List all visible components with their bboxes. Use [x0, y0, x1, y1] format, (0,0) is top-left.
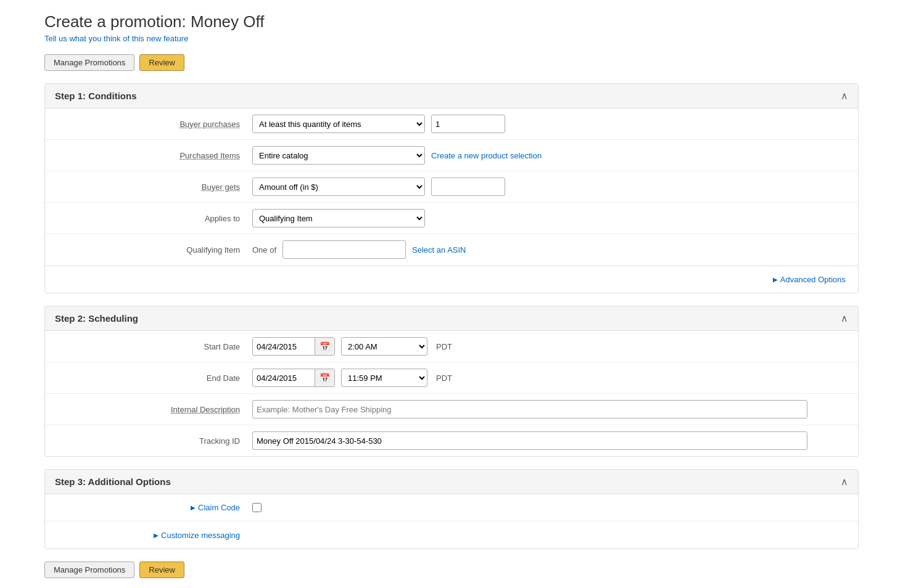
- purchased-items-row: Purchased Items Entire catalog Create a …: [45, 140, 858, 171]
- step3-header: Step 3: Additional Options ∧: [45, 470, 858, 494]
- buyer-gets-label: Buyer gets: [55, 182, 252, 192]
- buyer-gets-controls: Amount off (in $): [252, 178, 848, 196]
- start-date-input-wrapper: 📅: [252, 337, 335, 356]
- buyer-purchases-label: Buyer purchases: [55, 120, 252, 129]
- end-date-label: End Date: [55, 374, 252, 383]
- step2-title: Step 2: Scheduling: [55, 313, 138, 324]
- tracking-id-input[interactable]: [252, 431, 807, 450]
- start-date-controls: 📅 2:00 AM PDT: [252, 337, 848, 356]
- step1-title: Step 1: Conditions: [55, 91, 137, 101]
- start-date-label: Start Date: [55, 342, 252, 351]
- step3-collapse-icon[interactable]: ∧: [841, 476, 848, 488]
- step2-header: Step 2: Scheduling ∧: [45, 306, 858, 331]
- end-timezone: PDT: [436, 374, 452, 383]
- start-date-input[interactable]: [253, 338, 315, 355]
- claim-code-arrow-icon: ▶: [191, 504, 196, 511]
- advanced-options-link[interactable]: ▶ Advanced Options: [773, 275, 846, 284]
- claim-code-row: ▶ Claim Code: [45, 494, 858, 521]
- quantity-input[interactable]: [431, 115, 505, 133]
- tracking-id-controls: [252, 431, 848, 450]
- customize-messaging-label-wrapper: ▶ Customize messaging: [55, 531, 252, 540]
- start-time-select[interactable]: 2:00 AM: [341, 337, 427, 356]
- start-date-row: Start Date 📅 2:00 AM PDT: [45, 331, 858, 362]
- qualifying-item-row: Qualifying Item One of Select an ASIN: [45, 234, 858, 266]
- toolbar-bottom: Manage Promotions Review: [44, 561, 859, 588]
- one-of-label: One of: [252, 245, 276, 255]
- buyer-gets-select[interactable]: Amount off (in $): [252, 178, 425, 196]
- end-date-controls: 📅 11:59 PM PDT: [252, 369, 848, 387]
- step1-section: Step 1: Conditions ∧ Buyer purchases At …: [44, 83, 859, 293]
- manage-promotions-button-bottom[interactable]: Manage Promotions: [44, 561, 134, 578]
- tracking-id-label: Tracking ID: [55, 436, 252, 446]
- claim-code-checkbox-wrap: [252, 503, 262, 512]
- purchased-items-controls: Entire catalog Create a new product sele…: [252, 146, 848, 165]
- end-date-input[interactable]: [253, 369, 315, 386]
- create-product-link[interactable]: Create a new product selection: [431, 151, 542, 160]
- end-date-input-wrapper: 📅: [252, 369, 335, 387]
- customize-messaging-row: ▶ Customize messaging: [45, 521, 858, 549]
- step3-section: Step 3: Additional Options ∧ ▶ Claim Cod…: [44, 469, 859, 549]
- applies-to-label: Applies to: [55, 214, 252, 223]
- customize-messaging-arrow-icon: ▶: [154, 532, 159, 539]
- step2-section: Step 2: Scheduling ∧ Start Date 📅 2:00 A…: [44, 306, 859, 457]
- internal-description-controls: [252, 400, 848, 419]
- customize-messaging-link[interactable]: ▶ Customize messaging: [55, 531, 240, 540]
- claim-code-controls: [252, 503, 848, 512]
- applies-to-row: Applies to Qualifying Item: [45, 203, 858, 234]
- end-time-select[interactable]: 11:59 PM: [341, 369, 427, 387]
- internal-description-row: Internal Description: [45, 394, 858, 425]
- qualifying-item-label: Qualifying Item: [55, 245, 252, 255]
- step3-title: Step 3: Additional Options: [55, 476, 171, 487]
- review-button-bottom[interactable]: Review: [139, 561, 184, 578]
- claim-code-label-wrapper: ▶ Claim Code: [55, 503, 252, 512]
- customize-messaging-label: Customize messaging: [161, 531, 240, 540]
- claim-code-label: Claim Code: [198, 503, 240, 512]
- buyer-purchases-controls: At least this quantity of items: [252, 115, 848, 133]
- start-timezone: PDT: [436, 342, 452, 351]
- step1-header: Step 1: Conditions ∧: [45, 84, 858, 108]
- advanced-options-label: Advanced Options: [780, 275, 846, 284]
- advanced-options-arrow-icon: ▶: [773, 276, 778, 283]
- start-date-calendar-icon[interactable]: 📅: [315, 337, 334, 356]
- purchased-items-label: Purchased Items: [55, 151, 252, 160]
- end-date-row: End Date 📅 11:59 PM PDT: [45, 362, 858, 394]
- buyer-gets-row: Buyer gets Amount off (in $): [45, 171, 858, 203]
- buyer-purchases-row: Buyer purchases At least this quantity o…: [45, 108, 858, 140]
- purchased-items-select[interactable]: Entire catalog: [252, 146, 425, 165]
- step2-body: Start Date 📅 2:00 AM PDT End Date: [45, 331, 858, 456]
- claim-code-checkbox[interactable]: [252, 503, 262, 512]
- amount-input[interactable]: [431, 178, 505, 196]
- qualifying-item-controls: One of Select an ASIN: [252, 240, 848, 259]
- feedback-link[interactable]: Tell us what you think of this new featu…: [44, 34, 859, 43]
- toolbar-top: Manage Promotions Review: [44, 54, 859, 71]
- step3-body: ▶ Claim Code ▶ Customize messaging: [45, 494, 858, 549]
- manage-promotions-button-top[interactable]: Manage Promotions: [44, 54, 134, 71]
- applies-to-controls: Qualifying Item: [252, 209, 848, 227]
- internal-description-input[interactable]: [252, 400, 807, 419]
- buyer-purchases-select[interactable]: At least this quantity of items: [252, 115, 425, 133]
- step2-collapse-icon[interactable]: ∧: [841, 312, 848, 324]
- step1-body: Buyer purchases At least this quantity o…: [45, 108, 858, 293]
- step1-collapse-icon[interactable]: ∧: [841, 90, 848, 102]
- end-date-calendar-icon[interactable]: 📅: [315, 369, 334, 387]
- internal-description-label: Internal Description: [55, 405, 252, 414]
- advanced-options-row: ▶ Advanced Options: [45, 266, 858, 293]
- tracking-id-row: Tracking ID: [45, 425, 858, 456]
- asin-input[interactable]: [282, 240, 406, 259]
- select-asin-link[interactable]: Select an ASIN: [412, 245, 466, 255]
- applies-to-select[interactable]: Qualifying Item: [252, 209, 425, 227]
- page-title: Create a promotion: Money Off: [44, 12, 859, 31]
- review-button-top[interactable]: Review: [139, 54, 184, 71]
- claim-code-link[interactable]: ▶ Claim Code: [55, 503, 240, 512]
